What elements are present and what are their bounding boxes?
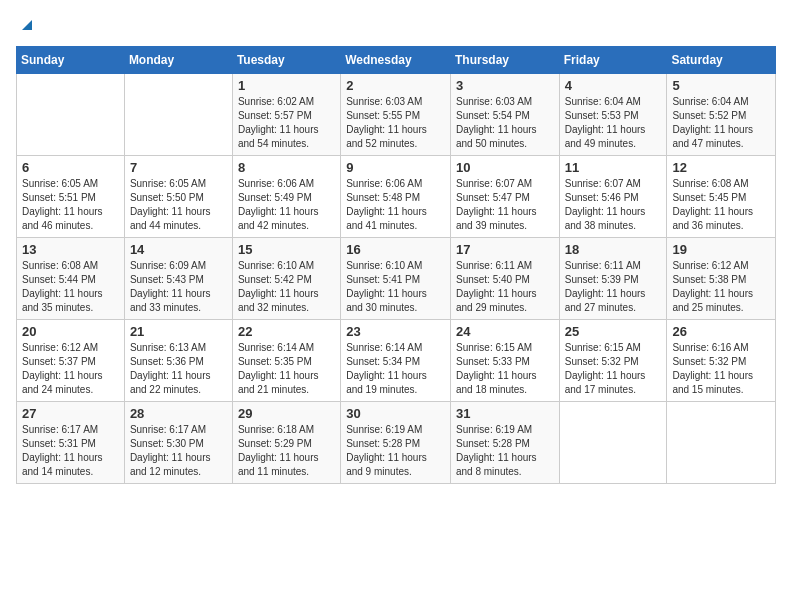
day-cell: 15Sunrise: 6:10 AMSunset: 5:42 PMDayligh…	[232, 238, 340, 320]
day-info: Sunrise: 6:16 AMSunset: 5:32 PMDaylight:…	[672, 341, 770, 397]
day-number: 6	[22, 160, 119, 175]
day-info: Sunrise: 6:07 AMSunset: 5:47 PMDaylight:…	[456, 177, 554, 233]
day-cell: 4Sunrise: 6:04 AMSunset: 5:53 PMDaylight…	[559, 74, 667, 156]
day-info: Sunrise: 6:08 AMSunset: 5:45 PMDaylight:…	[672, 177, 770, 233]
day-info: Sunrise: 6:17 AMSunset: 5:31 PMDaylight:…	[22, 423, 119, 479]
day-cell: 30Sunrise: 6:19 AMSunset: 5:28 PMDayligh…	[341, 402, 451, 484]
day-header-sunday: Sunday	[17, 47, 125, 74]
day-number: 24	[456, 324, 554, 339]
day-cell: 12Sunrise: 6:08 AMSunset: 5:45 PMDayligh…	[667, 156, 776, 238]
day-header-tuesday: Tuesday	[232, 47, 340, 74]
day-cell: 19Sunrise: 6:12 AMSunset: 5:38 PMDayligh…	[667, 238, 776, 320]
day-cell: 21Sunrise: 6:13 AMSunset: 5:36 PMDayligh…	[124, 320, 232, 402]
day-info: Sunrise: 6:13 AMSunset: 5:36 PMDaylight:…	[130, 341, 227, 397]
day-cell: 1Sunrise: 6:02 AMSunset: 5:57 PMDaylight…	[232, 74, 340, 156]
day-number: 8	[238, 160, 335, 175]
header-row: SundayMondayTuesdayWednesdayThursdayFrid…	[17, 47, 776, 74]
day-cell: 7Sunrise: 6:05 AMSunset: 5:50 PMDaylight…	[124, 156, 232, 238]
logo-triangle-icon	[18, 16, 36, 34]
day-info: Sunrise: 6:05 AMSunset: 5:50 PMDaylight:…	[130, 177, 227, 233]
day-cell: 22Sunrise: 6:14 AMSunset: 5:35 PMDayligh…	[232, 320, 340, 402]
day-number: 7	[130, 160, 227, 175]
day-number: 15	[238, 242, 335, 257]
day-header-saturday: Saturday	[667, 47, 776, 74]
day-cell: 17Sunrise: 6:11 AMSunset: 5:40 PMDayligh…	[450, 238, 559, 320]
day-cell	[17, 74, 125, 156]
day-cell: 29Sunrise: 6:18 AMSunset: 5:29 PMDayligh…	[232, 402, 340, 484]
day-cell: 25Sunrise: 6:15 AMSunset: 5:32 PMDayligh…	[559, 320, 667, 402]
day-number: 31	[456, 406, 554, 421]
day-cell: 6Sunrise: 6:05 AMSunset: 5:51 PMDaylight…	[17, 156, 125, 238]
day-number: 17	[456, 242, 554, 257]
day-info: Sunrise: 6:02 AMSunset: 5:57 PMDaylight:…	[238, 95, 335, 151]
day-info: Sunrise: 6:11 AMSunset: 5:40 PMDaylight:…	[456, 259, 554, 315]
day-number: 11	[565, 160, 662, 175]
day-number: 30	[346, 406, 445, 421]
day-number: 29	[238, 406, 335, 421]
day-info: Sunrise: 6:04 AMSunset: 5:52 PMDaylight:…	[672, 95, 770, 151]
day-cell: 16Sunrise: 6:10 AMSunset: 5:41 PMDayligh…	[341, 238, 451, 320]
day-info: Sunrise: 6:15 AMSunset: 5:33 PMDaylight:…	[456, 341, 554, 397]
day-number: 18	[565, 242, 662, 257]
day-info: Sunrise: 6:10 AMSunset: 5:42 PMDaylight:…	[238, 259, 335, 315]
day-number: 3	[456, 78, 554, 93]
day-cell: 9Sunrise: 6:06 AMSunset: 5:48 PMDaylight…	[341, 156, 451, 238]
day-info: Sunrise: 6:03 AMSunset: 5:54 PMDaylight:…	[456, 95, 554, 151]
day-info: Sunrise: 6:18 AMSunset: 5:29 PMDaylight:…	[238, 423, 335, 479]
week-row-1: 1Sunrise: 6:02 AMSunset: 5:57 PMDaylight…	[17, 74, 776, 156]
day-cell: 2Sunrise: 6:03 AMSunset: 5:55 PMDaylight…	[341, 74, 451, 156]
day-cell: 23Sunrise: 6:14 AMSunset: 5:34 PMDayligh…	[341, 320, 451, 402]
day-info: Sunrise: 6:17 AMSunset: 5:30 PMDaylight:…	[130, 423, 227, 479]
day-cell: 8Sunrise: 6:06 AMSunset: 5:49 PMDaylight…	[232, 156, 340, 238]
svg-marker-0	[22, 20, 32, 30]
day-number: 1	[238, 78, 335, 93]
day-info: Sunrise: 6:14 AMSunset: 5:34 PMDaylight:…	[346, 341, 445, 397]
day-cell	[667, 402, 776, 484]
day-header-wednesday: Wednesday	[341, 47, 451, 74]
day-info: Sunrise: 6:09 AMSunset: 5:43 PMDaylight:…	[130, 259, 227, 315]
day-number: 12	[672, 160, 770, 175]
day-number: 9	[346, 160, 445, 175]
day-cell	[559, 402, 667, 484]
week-row-5: 27Sunrise: 6:17 AMSunset: 5:31 PMDayligh…	[17, 402, 776, 484]
day-cell: 11Sunrise: 6:07 AMSunset: 5:46 PMDayligh…	[559, 156, 667, 238]
day-number: 2	[346, 78, 445, 93]
day-number: 14	[130, 242, 227, 257]
day-number: 20	[22, 324, 119, 339]
day-info: Sunrise: 6:08 AMSunset: 5:44 PMDaylight:…	[22, 259, 119, 315]
day-cell: 13Sunrise: 6:08 AMSunset: 5:44 PMDayligh…	[17, 238, 125, 320]
day-info: Sunrise: 6:05 AMSunset: 5:51 PMDaylight:…	[22, 177, 119, 233]
day-cell: 31Sunrise: 6:19 AMSunset: 5:28 PMDayligh…	[450, 402, 559, 484]
day-cell	[124, 74, 232, 156]
day-info: Sunrise: 6:14 AMSunset: 5:35 PMDaylight:…	[238, 341, 335, 397]
day-cell: 3Sunrise: 6:03 AMSunset: 5:54 PMDaylight…	[450, 74, 559, 156]
day-cell: 14Sunrise: 6:09 AMSunset: 5:43 PMDayligh…	[124, 238, 232, 320]
day-info: Sunrise: 6:15 AMSunset: 5:32 PMDaylight:…	[565, 341, 662, 397]
day-cell: 10Sunrise: 6:07 AMSunset: 5:47 PMDayligh…	[450, 156, 559, 238]
day-info: Sunrise: 6:19 AMSunset: 5:28 PMDaylight:…	[456, 423, 554, 479]
week-row-2: 6Sunrise: 6:05 AMSunset: 5:51 PMDaylight…	[17, 156, 776, 238]
day-info: Sunrise: 6:10 AMSunset: 5:41 PMDaylight:…	[346, 259, 445, 315]
day-cell: 5Sunrise: 6:04 AMSunset: 5:52 PMDaylight…	[667, 74, 776, 156]
day-info: Sunrise: 6:12 AMSunset: 5:37 PMDaylight:…	[22, 341, 119, 397]
day-info: Sunrise: 6:19 AMSunset: 5:28 PMDaylight:…	[346, 423, 445, 479]
day-info: Sunrise: 6:06 AMSunset: 5:49 PMDaylight:…	[238, 177, 335, 233]
day-number: 19	[672, 242, 770, 257]
header	[16, 16, 776, 34]
day-header-thursday: Thursday	[450, 47, 559, 74]
day-info: Sunrise: 6:11 AMSunset: 5:39 PMDaylight:…	[565, 259, 662, 315]
day-number: 21	[130, 324, 227, 339]
day-cell: 27Sunrise: 6:17 AMSunset: 5:31 PMDayligh…	[17, 402, 125, 484]
calendar-table: SundayMondayTuesdayWednesdayThursdayFrid…	[16, 46, 776, 484]
day-cell: 20Sunrise: 6:12 AMSunset: 5:37 PMDayligh…	[17, 320, 125, 402]
day-info: Sunrise: 6:04 AMSunset: 5:53 PMDaylight:…	[565, 95, 662, 151]
day-number: 13	[22, 242, 119, 257]
day-cell: 26Sunrise: 6:16 AMSunset: 5:32 PMDayligh…	[667, 320, 776, 402]
day-header-friday: Friday	[559, 47, 667, 74]
day-number: 16	[346, 242, 445, 257]
week-row-4: 20Sunrise: 6:12 AMSunset: 5:37 PMDayligh…	[17, 320, 776, 402]
day-cell: 28Sunrise: 6:17 AMSunset: 5:30 PMDayligh…	[124, 402, 232, 484]
day-number: 28	[130, 406, 227, 421]
day-header-monday: Monday	[124, 47, 232, 74]
day-number: 5	[672, 78, 770, 93]
